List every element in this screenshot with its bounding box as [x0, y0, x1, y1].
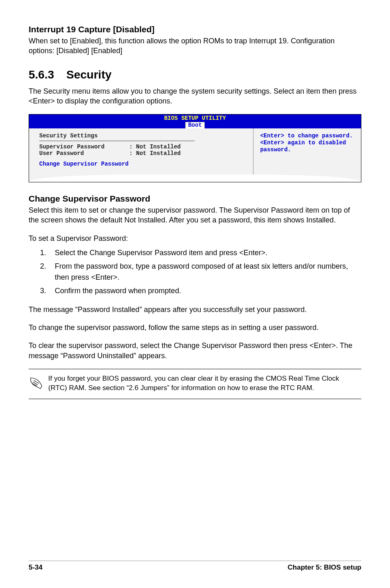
footer-page-number: 5-34 [29, 563, 43, 572]
text-change-p3: The message “Password Installed” appears… [29, 305, 361, 314]
bios-help-line1: <Enter> to change password. [260, 132, 354, 139]
heading-security-num: 5.6.3 [29, 68, 54, 81]
bios-curve-bottom [29, 175, 361, 182]
note-hand-icon [29, 374, 48, 394]
text-interrupt19: When set to [Enabled], this function all… [29, 36, 361, 56]
bios-label: Supervisor Password [39, 144, 129, 150]
footer-chapter: Chapter 5: BIOS setup [288, 563, 361, 572]
bios-title: BIOS SETUP UTILITY [29, 115, 361, 121]
text-security-intro: The Security menu items allow you to cha… [29, 86, 361, 106]
text-change-p5: To clear the supervisor password, select… [29, 341, 361, 361]
list-item: Confirm the password when prompted. [48, 285, 361, 296]
bios-value: : Not Installed [129, 144, 181, 150]
text-change-p1: Select this item to set or change the su… [29, 205, 361, 225]
bios-left-heading: Security Settings [39, 132, 247, 139]
bios-left-panel: Security Settings Supervisor Password : … [29, 128, 253, 180]
note-text: If you forget your BIOS password, you ca… [48, 374, 358, 393]
bios-divider [39, 141, 195, 141]
bios-value: : Not Installed [129, 150, 181, 157]
text-change-p4: To change the supervisor password, follo… [29, 323, 361, 332]
text-change-p2: To set a Supervisor Password: [29, 233, 361, 243]
bios-tab-boot: Boot [185, 122, 205, 128]
heading-change-supervisor: Change Supervisor Password [29, 194, 361, 204]
heading-security-title: Security [66, 68, 112, 81]
bios-header: BIOS SETUP UTILITY Boot [29, 114, 361, 128]
bios-body: Security Settings Supervisor Password : … [29, 128, 361, 180]
page-footer: 5-34 Chapter 5: BIOS setup [29, 561, 361, 572]
bios-change-supervisor: Change Supervisor Password [39, 161, 247, 167]
steps-list: Select the Change Supervisor Password it… [48, 247, 361, 296]
bios-label: User Password [39, 150, 129, 157]
heading-security: 5.6.3Security [29, 68, 361, 81]
list-item: Select the Change Supervisor Password it… [48, 247, 361, 258]
bios-row-supervisor: Supervisor Password : Not Installed [39, 144, 247, 150]
note-block: If you forget your BIOS password, you ca… [29, 369, 361, 399]
bios-help-panel: <Enter> to change password. <Enter> agai… [253, 128, 361, 180]
bios-row-user: User Password : Not Installed [39, 150, 247, 157]
heading-interrupt19: Interrupt 19 Capture [Disabled] [29, 25, 361, 34]
list-item: From the password box, type a password c… [48, 261, 361, 283]
bios-screenshot: BIOS SETUP UTILITY Boot Security Setting… [29, 114, 361, 182]
bios-help-line2: <Enter> again to disabled password. [260, 139, 354, 153]
